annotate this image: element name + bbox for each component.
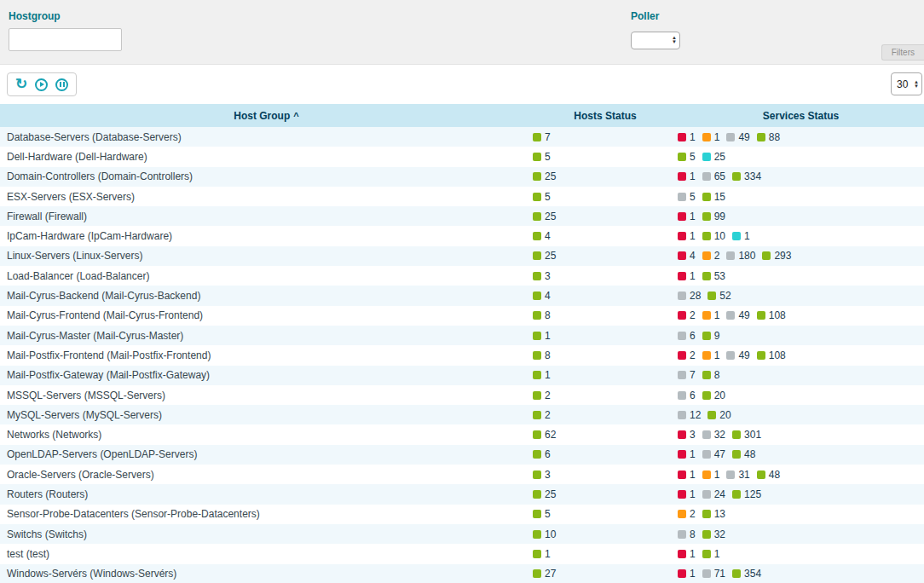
green-status-badge[interactable]: 10 xyxy=(702,230,725,242)
green-status-badge[interactable]: 8 xyxy=(533,309,551,321)
green-status-badge[interactable]: 6 xyxy=(533,448,551,460)
green-status-badge[interactable]: 13 xyxy=(702,508,725,520)
host-group-link[interactable]: Mail-Cyrus-Frontend (Mail-Cyrus-Frontend… xyxy=(7,309,203,321)
poller-select[interactable]: ▲▼ xyxy=(631,32,680,49)
green-status-badge[interactable]: 1 xyxy=(702,548,720,560)
green-status-badge[interactable]: 8 xyxy=(702,369,720,381)
green-status-badge[interactable]: 4 xyxy=(533,230,551,242)
page-size-select[interactable]: 30 ▲▼ xyxy=(891,72,922,95)
host-group-link[interactable]: ESX-Servers (ESX-Servers) xyxy=(7,191,135,203)
green-status-badge[interactable]: 5 xyxy=(678,151,696,163)
green-status-badge[interactable]: 301 xyxy=(732,429,761,441)
red-status-badge[interactable]: 1 xyxy=(678,488,696,500)
play-icon[interactable] xyxy=(35,78,48,91)
gray-status-badge[interactable]: 49 xyxy=(726,131,749,143)
red-status-badge[interactable]: 1 xyxy=(678,270,696,282)
green-status-badge[interactable]: 5 xyxy=(533,508,551,520)
host-group-link[interactable]: Linux-Servers (Linux-Servers) xyxy=(7,250,142,262)
gray-status-badge[interactable]: 47 xyxy=(702,448,725,460)
gray-status-badge[interactable]: 12 xyxy=(678,409,701,421)
red-status-badge[interactable]: 1 xyxy=(678,568,696,580)
red-status-badge[interactable]: 1 xyxy=(678,548,696,560)
green-status-badge[interactable]: 2 xyxy=(533,409,551,421)
gray-status-badge[interactable]: 8 xyxy=(678,528,696,540)
green-status-badge[interactable]: 25 xyxy=(533,170,556,182)
green-status-badge[interactable]: 3 xyxy=(533,469,551,481)
host-group-link[interactable]: Routers (Routers) xyxy=(7,488,88,500)
red-status-badge[interactable]: 3 xyxy=(678,429,696,441)
host-group-link[interactable]: Dell-Hardware (Dell-Hardware) xyxy=(7,151,147,163)
red-status-badge[interactable]: 4 xyxy=(678,250,696,262)
host-group-link[interactable]: Domain-Controllers (Domain-Controllers) xyxy=(7,170,193,182)
green-status-badge[interactable]: 25 xyxy=(533,488,556,500)
red-status-badge[interactable]: 1 xyxy=(678,230,696,242)
column-header-services-status[interactable]: Services Status xyxy=(678,110,924,122)
green-status-badge[interactable]: 15 xyxy=(702,191,725,203)
column-header-hosts-status[interactable]: Hosts Status xyxy=(533,110,678,122)
host-group-link[interactable]: Windows-Servérs (Windows-Servérs) xyxy=(7,568,176,580)
gray-status-badge[interactable]: 65 xyxy=(702,170,725,182)
host-group-link[interactable]: MSSQL-Servers (MSSQL-Servers) xyxy=(7,390,165,401)
host-group-link[interactable]: IpCam-Hardware (IpCam-Hardware) xyxy=(7,230,172,242)
green-status-badge[interactable]: 27 xyxy=(533,568,556,580)
orange-status-badge[interactable]: 2 xyxy=(702,250,720,262)
gray-status-badge[interactable]: 28 xyxy=(678,290,701,302)
green-status-badge[interactable]: 20 xyxy=(707,409,731,421)
green-status-badge[interactable]: 1 xyxy=(533,548,551,560)
host-group-link[interactable]: MySQL-Servers (MySQL-Servers) xyxy=(7,409,162,421)
gray-status-badge[interactable]: 71 xyxy=(702,568,725,580)
green-status-badge[interactable]: 108 xyxy=(757,309,786,321)
red-status-badge[interactable]: 1 xyxy=(678,448,696,460)
host-group-link[interactable]: Mail-Postfix-Gateway (Mail-Postfix-Gatew… xyxy=(7,369,210,381)
green-status-badge[interactable]: 7 xyxy=(533,131,551,143)
red-status-badge[interactable]: 2 xyxy=(678,309,696,321)
orange-status-badge[interactable]: 2 xyxy=(678,508,696,520)
cyan-status-badge[interactable]: 25 xyxy=(702,151,725,163)
green-status-badge[interactable]: 1 xyxy=(533,330,551,342)
green-status-badge[interactable]: 334 xyxy=(732,170,761,182)
green-status-badge[interactable]: 88 xyxy=(757,131,780,143)
red-status-badge[interactable]: 1 xyxy=(678,131,696,143)
red-status-badge[interactable]: 1 xyxy=(678,170,696,182)
host-group-link[interactable]: Oracle-Servers (Oracle-Servers) xyxy=(7,469,154,481)
gray-status-badge[interactable]: 24 xyxy=(702,488,725,500)
column-header-host-group[interactable]: Host Group ^ xyxy=(0,110,533,122)
green-status-badge[interactable]: 99 xyxy=(702,211,725,222)
gray-status-badge[interactable]: 180 xyxy=(726,250,755,262)
green-status-badge[interactable]: 62 xyxy=(533,429,556,441)
green-status-badge[interactable]: 293 xyxy=(762,250,791,262)
orange-status-badge[interactable]: 1 xyxy=(702,469,720,481)
orange-status-badge[interactable]: 1 xyxy=(702,349,720,361)
gray-status-badge[interactable]: 32 xyxy=(702,429,725,441)
orange-status-badge[interactable]: 1 xyxy=(702,309,720,321)
pause-icon[interactable] xyxy=(55,78,68,91)
green-status-badge[interactable]: 32 xyxy=(702,528,725,540)
host-group-link[interactable]: Firewall (Firewall) xyxy=(7,211,87,222)
filters-button[interactable]: Filters xyxy=(881,44,924,61)
green-status-badge[interactable]: 25 xyxy=(533,211,556,222)
green-status-badge[interactable]: 8 xyxy=(533,349,551,361)
green-status-badge[interactable]: 125 xyxy=(732,488,761,500)
gray-status-badge[interactable]: 5 xyxy=(678,191,696,203)
green-status-badge[interactable]: 108 xyxy=(757,349,786,361)
green-status-badge[interactable]: 2 xyxy=(533,390,551,401)
host-group-link[interactable]: Mail-Cyrus-Master (Mail-Cyrus-Master) xyxy=(7,330,183,342)
red-status-badge[interactable]: 2 xyxy=(678,349,696,361)
red-status-badge[interactable]: 1 xyxy=(678,469,696,481)
gray-status-badge[interactable]: 7 xyxy=(678,369,696,381)
red-status-badge[interactable]: 1 xyxy=(678,211,696,222)
green-status-badge[interactable]: 354 xyxy=(732,568,761,580)
green-status-badge[interactable]: 25 xyxy=(533,250,556,262)
green-status-badge[interactable]: 20 xyxy=(702,390,725,401)
gray-status-badge[interactable]: 31 xyxy=(726,469,749,481)
green-status-badge[interactable]: 5 xyxy=(533,191,551,203)
green-status-badge[interactable]: 5 xyxy=(533,151,551,163)
host-group-link[interactable]: Mail-Cyrus-Backend (Mail-Cyrus-Backend) xyxy=(7,290,200,302)
gray-status-badge[interactable]: 6 xyxy=(678,330,696,342)
host-group-link[interactable]: Load-Balancer (Load-Balancer) xyxy=(7,270,149,282)
green-status-badge[interactable]: 10 xyxy=(533,528,556,540)
host-group-link[interactable]: Mail-Postfix-Frontend (Mail-Postfix-Fron… xyxy=(7,349,211,361)
green-status-badge[interactable]: 48 xyxy=(757,469,780,481)
green-status-badge[interactable]: 4 xyxy=(533,290,551,302)
host-group-link[interactable]: Switchs (Switchs) xyxy=(7,528,87,540)
